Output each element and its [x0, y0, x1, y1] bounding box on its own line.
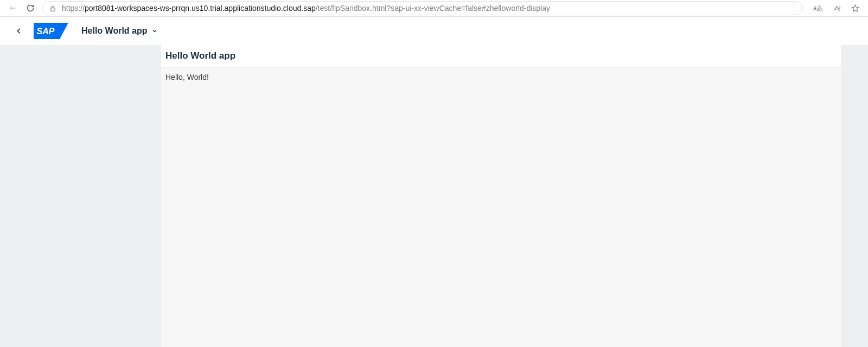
left-gutter	[0, 45, 161, 347]
browser-refresh-button[interactable]	[22, 1, 39, 16]
svg-text:SAP: SAP	[37, 27, 55, 36]
shell-back-button[interactable]	[10, 22, 28, 40]
svg-rect-0	[51, 8, 55, 11]
translate-icon[interactable]: aあ	[809, 1, 827, 16]
chevron-down-icon	[151, 28, 158, 34]
right-gutter	[841, 45, 868, 347]
lock-icon	[49, 5, 56, 12]
read-aloud-icon[interactable]	[828, 1, 845, 16]
page-wrap: Hello World app Hello, World!	[0, 45, 868, 347]
shell-title: Hello World app	[81, 26, 147, 36]
sap-logo: SAP	[34, 23, 68, 39]
panel-body: Hello, World!	[161, 67, 841, 87]
favorite-icon[interactable]	[846, 1, 864, 16]
page-body-text: Hello, World!	[165, 73, 837, 81]
page-title: Hello World app	[165, 51, 837, 61]
address-url: https://port8081-workspaces-ws-prrqn.us1…	[62, 4, 796, 12]
browser-toolbar: https://port8081-workspaces-ws-prrqn.us1…	[0, 0, 868, 17]
address-bar[interactable]: https://port8081-workspaces-ws-prrqn.us1…	[42, 1, 803, 15]
browser-back-button[interactable]	[4, 1, 22, 16]
browser-right-icons: aあ	[809, 1, 864, 16]
panel-header: Hello World app	[161, 45, 841, 67]
shell-title-dropdown[interactable]: Hello World app	[81, 26, 158, 36]
content-panel: Hello World app Hello, World!	[161, 45, 841, 347]
shell-header: SAP Hello World app	[0, 17, 868, 45]
